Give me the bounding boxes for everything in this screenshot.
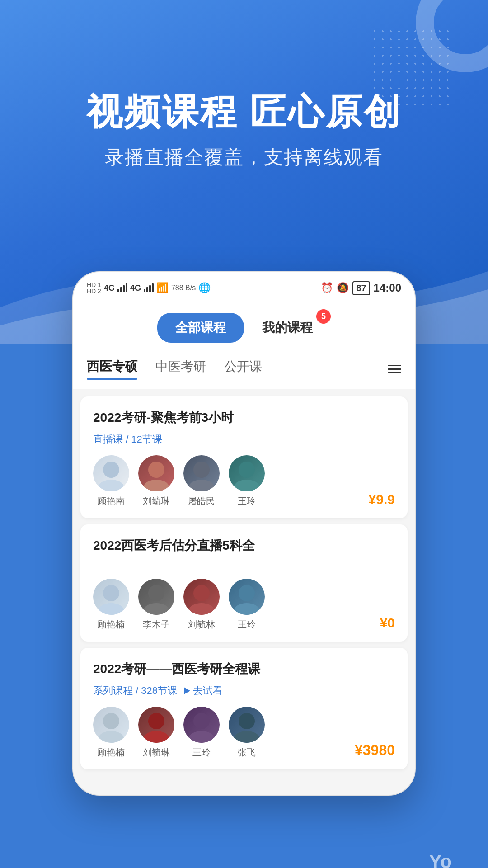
avatar-liu-yulin	[138, 455, 174, 491]
svg-point-1	[99, 480, 124, 491]
menu-line-3	[388, 372, 401, 373]
avatar-wang-ling-1	[229, 455, 265, 491]
svg-point-0	[103, 462, 119, 478]
svg-point-2	[148, 462, 164, 478]
teacher-name-2-3: 刘毓林	[188, 618, 215, 631]
menu-line-2	[388, 368, 401, 370]
teacher-name-3-1: 顾艳楠	[98, 746, 125, 759]
course-title-2: 2022西医考后估分直播5科全	[93, 537, 395, 554]
menu-button[interactable]	[388, 365, 401, 373]
network-globe-icon: 🌐	[198, 282, 211, 294]
teacher-name-1-3: 屠皓民	[188, 495, 215, 507]
teacher-name-3-4: 张飞	[238, 746, 256, 759]
hero-text-block: 视频课程 匠心原创 录播直播全覆盖，支持离线观看	[0, 0, 488, 170]
cat-tcm[interactable]: 中医考研	[155, 358, 206, 380]
svg-point-13	[189, 603, 214, 615]
my-courses-badge: 5	[316, 309, 331, 324]
svg-point-15	[234, 603, 259, 615]
teacher-name-1-2: 刘毓琳	[143, 495, 170, 507]
avatar-wang-ling-2	[229, 579, 265, 615]
teacher-name-1-4: 王玲	[238, 495, 256, 507]
svg-point-8	[103, 585, 119, 601]
teacher-name-3-2: 刘毓琳	[143, 746, 170, 759]
course-card-1[interactable]: 2022考研-聚焦考前3小时 直播课 / 12节课 顾艳南	[80, 396, 408, 518]
svg-point-11	[144, 603, 169, 615]
svg-point-3	[144, 480, 169, 491]
teacher-2-2: 李木子	[138, 579, 174, 631]
try-label: 去试看	[193, 684, 223, 698]
teacher-3-3: 王玲	[183, 707, 220, 759]
hero-title: 视频课程 匠心原创	[0, 90, 488, 134]
teacher-row-1: 顾艳南 刘毓琳 屠皓民	[93, 455, 395, 507]
svg-point-12	[193, 585, 210, 601]
teacher-1-4: 王玲	[229, 455, 265, 507]
category-nav: 西医专硕 中医考研 公开课	[73, 354, 415, 389]
cat-western-medicine[interactable]: 西医专硕	[87, 358, 137, 380]
price-3: ¥3980	[355, 742, 395, 759]
svg-point-10	[148, 585, 164, 601]
teacher-3-1: 顾艳楠	[93, 707, 129, 759]
svg-point-9	[99, 603, 124, 615]
course-meta-2	[93, 561, 395, 570]
svg-point-20	[193, 713, 210, 729]
avatar-liu-yulin-3	[138, 707, 174, 743]
svg-point-22	[239, 713, 255, 729]
avatar-gu-yannan	[93, 455, 129, 491]
speed-label: 788 B/s	[171, 284, 196, 292]
teacher-3-4: 张飞	[229, 707, 265, 759]
teacher-name-2-4: 王玲	[238, 618, 256, 631]
course-card-3[interactable]: 2022考研——西医考研全程课 系列课程 / 328节课 去试看	[80, 648, 408, 769]
course-card-2[interactable]: 2022西医考后估分直播5科全 顾艳楠 李木子	[80, 524, 408, 642]
svg-point-5	[189, 480, 214, 491]
tab-bar: 全部课程 我的课程 5	[73, 304, 415, 354]
cat-open-course[interactable]: 公开课	[224, 358, 262, 380]
price-1: ¥9.9	[369, 492, 395, 507]
network-4g-1: 4G	[104, 283, 115, 293]
course-list: 2022考研-聚焦考前3小时 直播课 / 12节课 顾艳南	[73, 389, 415, 777]
battery-level: 87	[352, 281, 370, 295]
signal-bars-1	[117, 283, 127, 292]
status-right: ⏰ 🔕 87 14:00	[321, 281, 401, 295]
avatar-tu-haomin	[183, 455, 220, 491]
teacher-2-1: 顾艳楠	[93, 579, 129, 631]
phone-bottom-pad	[73, 777, 415, 795]
teacher-2-3: 刘毓林	[183, 579, 220, 631]
alarm-icon: ⏰	[321, 282, 333, 294]
svg-point-17	[99, 731, 124, 743]
avatar-zhang-fei	[229, 707, 265, 743]
svg-point-7	[234, 480, 259, 491]
course-title-3: 2022考研——西医考研全程课	[93, 660, 395, 678]
svg-point-19	[144, 731, 169, 743]
course-meta-3: 系列课程 / 328节课 去试看	[93, 684, 395, 698]
price-2: ¥0	[380, 615, 395, 631]
svg-point-23	[234, 731, 259, 743]
signal-bars-2	[144, 283, 154, 292]
avatar-gu-yannan-3	[93, 707, 129, 743]
svg-point-18	[148, 713, 164, 729]
tab-all-courses[interactable]: 全部课程	[157, 313, 244, 343]
teacher-row-2: 顾艳楠 李木子 刘毓林	[93, 579, 395, 631]
try-watch-button[interactable]: 去试看	[184, 684, 223, 698]
time-display: 14:00	[374, 282, 401, 294]
svg-point-14	[239, 585, 255, 601]
teacher-1-2: 刘毓琳	[138, 455, 174, 507]
teacher-name-1-1: 顾艳南	[98, 495, 125, 507]
svg-point-6	[239, 462, 255, 478]
teacher-name-3-3: 王玲	[192, 746, 211, 759]
course-title-1: 2022考研-聚焦考前3小时	[93, 409, 395, 426]
svg-point-16	[103, 713, 119, 729]
avatar-li-muzi	[138, 579, 174, 615]
network-4g-2: 4G	[130, 283, 141, 293]
teacher-name-2-1: 顾艳楠	[98, 618, 125, 631]
status-bar: HD 1 HD 2 4G 4G 📶 788 B/	[73, 272, 415, 304]
status-left: HD 1 HD 2 4G 4G 📶 788 B/	[87, 282, 211, 294]
teacher-row-3: 顾艳楠 刘毓琳 王玲	[93, 707, 395, 759]
avatar-gu-yannan-2	[93, 579, 129, 615]
menu-line-1	[388, 365, 401, 366]
mute-icon: 🔕	[337, 282, 349, 294]
phone-mockup: HD 1 HD 2 4G 4G 📶 788 B/	[72, 271, 416, 796]
svg-point-4	[193, 462, 210, 478]
avatar-liu-yulin-2	[183, 579, 220, 615]
teacher-2-4: 王玲	[229, 579, 265, 631]
avatar-wang-ling-3	[183, 707, 220, 743]
